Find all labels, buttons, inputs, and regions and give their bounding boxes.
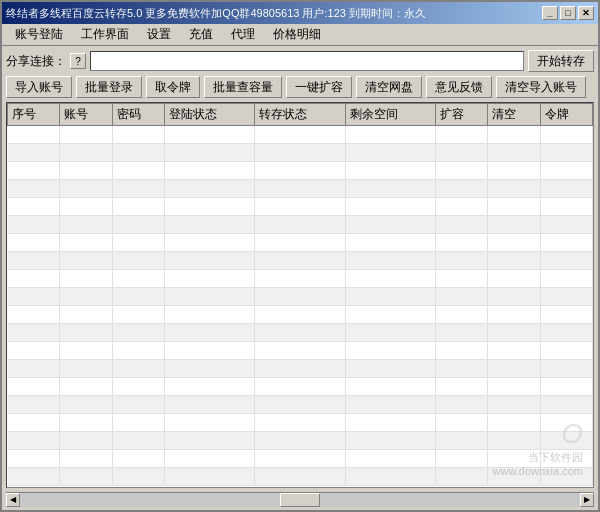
menu-item-login[interactable]: 账号登陆 [6,23,72,46]
title-bar: 终结者多线程百度云转存5.0 更多免费软件加QQ群49805613 用户:123… [2,2,598,24]
content-area: 分享连接： ? 开始转存 导入账号 批量登录 取令牌 批量查容量 一键扩容 清空… [2,46,598,510]
table-row [8,126,593,144]
horizontal-scrollbar[interactable]: ◀ ▶ [6,492,594,506]
table-row [8,162,593,180]
account-table: 序号 账号 密码 登陆状态 转存状态 剩余空间 扩容 清空 令牌 [7,103,593,486]
table-row [8,414,593,432]
toolbar-row: 导入账号 批量登录 取令牌 批量查容量 一键扩容 清空网盘 意见反馈 清空导入账… [6,76,594,98]
scroll-left-arrow[interactable]: ◀ [6,493,20,507]
table-row [8,432,593,450]
col-clear: 清空 [488,104,540,126]
table-row [8,234,593,252]
col-token: 令牌 [540,104,592,126]
title-text: 终结者多线程百度云转存5.0 更多免费软件加QQ群49805613 用户:123… [6,6,542,21]
menu-item-settings[interactable]: 设置 [138,23,180,46]
batch-login-button[interactable]: 批量登录 [76,76,142,98]
clear-netdisk-button[interactable]: 清空网盘 [356,76,422,98]
scroll-track[interactable] [20,493,580,507]
share-input[interactable] [90,51,524,71]
table-header-row: 序号 账号 密码 登陆状态 转存状态 剩余空间 扩容 清空 令牌 [8,104,593,126]
account-table-container: 序号 账号 密码 登陆状态 转存状态 剩余空间 扩容 清空 令牌 [6,102,594,488]
import-account-button[interactable]: 导入账号 [6,76,72,98]
col-login-status: 登陆状态 [164,104,254,126]
menu-bar: 账号登陆 工作界面 设置 充值 代理 价格明细 [2,24,598,46]
table-row [8,396,593,414]
table-row [8,270,593,288]
minimize-button[interactable]: _ [542,6,558,20]
table-row [8,252,593,270]
get-token-button[interactable]: 取令牌 [146,76,200,98]
table-row [8,342,593,360]
table-body [8,126,593,486]
col-password: 密码 [112,104,164,126]
table-row [8,450,593,468]
table-row [8,180,593,198]
menu-item-price[interactable]: 价格明细 [264,23,330,46]
scroll-thumb[interactable] [280,493,320,507]
scroll-right-arrow[interactable]: ▶ [580,493,594,507]
col-index: 序号 [8,104,60,126]
one-click-expand-button[interactable]: 一键扩容 [286,76,352,98]
table-row [8,144,593,162]
maximize-button[interactable]: □ [560,6,576,20]
menu-item-workspace[interactable]: 工作界面 [72,23,138,46]
share-label: 分享连接： [6,53,66,70]
menu-item-agent[interactable]: 代理 [222,23,264,46]
col-account: 账号 [60,104,112,126]
col-remaining-space: 剩余空间 [345,104,435,126]
col-transfer-status: 转存状态 [255,104,345,126]
clear-import-button[interactable]: 清空导入账号 [496,76,586,98]
table-row [8,468,593,486]
close-button[interactable]: ✕ [578,6,594,20]
main-window: 终结者多线程百度云转存5.0 更多免费软件加QQ群49805613 用户:123… [0,0,600,512]
table-row [8,216,593,234]
start-transfer-button[interactable]: 开始转存 [528,50,594,72]
share-row: 分享连接： ? 开始转存 [6,50,594,72]
table-row [8,306,593,324]
window-controls: _ □ ✕ [542,6,594,20]
col-expand: 扩容 [436,104,488,126]
feedback-button[interactable]: 意见反馈 [426,76,492,98]
table-row [8,360,593,378]
table-row [8,198,593,216]
table-row [8,288,593,306]
table-row [8,378,593,396]
menu-item-recharge[interactable]: 充值 [180,23,222,46]
batch-check-capacity-button[interactable]: 批量查容量 [204,76,282,98]
help-button[interactable]: ? [70,53,86,69]
table-row [8,324,593,342]
